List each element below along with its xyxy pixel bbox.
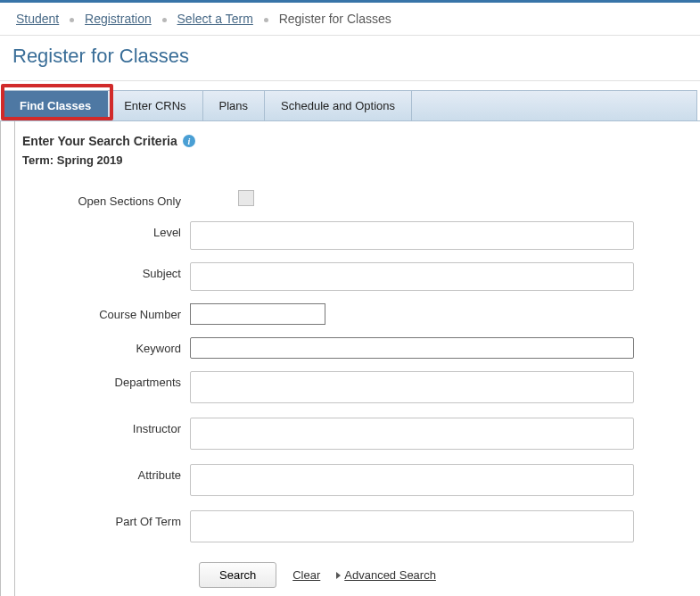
advanced-search-label: Advanced Search xyxy=(344,568,436,582)
clear-link[interactable]: Clear xyxy=(292,568,320,582)
page-title-container: Register for Classes xyxy=(0,35,700,81)
tabs-container: Find Classes Enter CRNs Plans Schedule a… xyxy=(0,90,700,121)
caret-right-icon xyxy=(336,572,341,579)
term-line: Term: Spring 2019 xyxy=(22,153,693,167)
breadcrumb-student[interactable]: Student xyxy=(16,12,59,26)
tab-find-classes[interactable]: Find Classes xyxy=(4,91,108,120)
breadcrumb-select-term[interactable]: Select a Term xyxy=(177,12,253,26)
page-title: Register for Classes xyxy=(12,45,688,68)
term-prefix: Term: xyxy=(22,153,57,167)
tab-schedule-options[interactable]: Schedule and Options xyxy=(265,91,412,120)
term-value: Spring 2019 xyxy=(57,153,123,167)
level-field[interactable] xyxy=(190,221,634,250)
label-departments: Departments xyxy=(22,371,190,389)
content-gutter xyxy=(0,121,15,596)
keyword-input[interactable] xyxy=(190,337,634,359)
label-part-of-term: Part Of Term xyxy=(22,510,190,528)
info-icon[interactable]: i xyxy=(183,135,195,147)
course-number-input[interactable] xyxy=(190,303,325,325)
search-heading-text: Enter Your Search Criteria xyxy=(22,134,177,148)
label-open-sections: Open Sections Only xyxy=(22,190,190,208)
label-course-number: Course Number xyxy=(22,303,190,321)
breadcrumb-registration[interactable]: Registration xyxy=(85,12,152,26)
advanced-search-toggle[interactable]: Advanced Search xyxy=(336,568,436,582)
breadcrumb-current: Register for Classes xyxy=(279,12,391,26)
tab-plans[interactable]: Plans xyxy=(203,91,266,120)
label-keyword: Keyword xyxy=(22,337,190,355)
search-button[interactable]: Search xyxy=(199,562,276,588)
departments-field[interactable] xyxy=(190,371,634,403)
search-heading: Enter Your Search Criteria i xyxy=(22,134,693,148)
breadcrumb-separator xyxy=(70,18,74,22)
label-attribute: Attribute xyxy=(22,464,190,482)
attribute-field[interactable] xyxy=(190,464,634,496)
part-of-term-field[interactable] xyxy=(190,510,634,542)
subject-field[interactable] xyxy=(190,262,634,291)
tab-enter-crns[interactable]: Enter CRNs xyxy=(108,91,202,120)
open-sections-checkbox[interactable] xyxy=(238,190,254,206)
label-instructor: Instructor xyxy=(22,418,190,435)
label-subject: Subject xyxy=(22,262,190,280)
label-level: Level xyxy=(22,221,190,239)
breadcrumb-separator xyxy=(162,18,167,22)
breadcrumb-separator xyxy=(264,18,268,22)
breadcrumb: Student Registration Select a Term Regis… xyxy=(0,3,700,35)
instructor-field[interactable] xyxy=(190,418,634,450)
